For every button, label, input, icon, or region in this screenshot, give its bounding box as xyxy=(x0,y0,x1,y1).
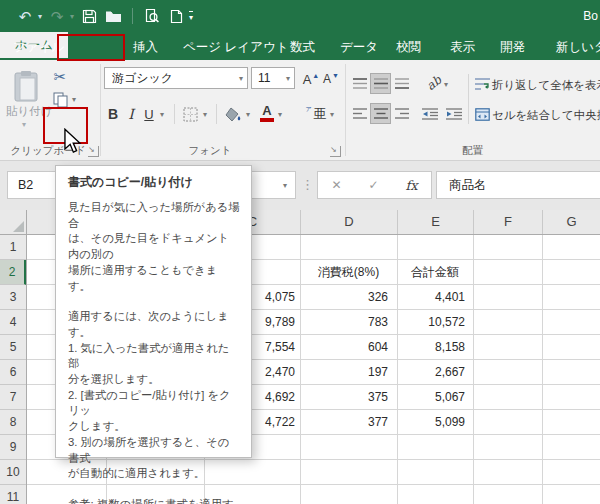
tab-review[interactable]: 校閲 xyxy=(396,39,421,56)
phonetic-guide-button[interactable]: ア亜 xyxy=(306,104,326,124)
cell-d4[interactable]: 783 xyxy=(300,310,393,335)
wrap-text-button[interactable]: 折り返して全体を表示 xyxy=(492,78,600,93)
select-all-corner[interactable] xyxy=(0,210,27,235)
row-header-4[interactable]: 4 xyxy=(0,310,26,335)
align-middle-button[interactable] xyxy=(371,74,390,93)
orientation-dropdown-icon[interactable]: ▾ xyxy=(444,80,448,89)
align-bottom-button[interactable] xyxy=(392,74,411,93)
select-all-triangle-icon xyxy=(13,221,24,232)
open-folder-icon[interactable] xyxy=(104,4,122,28)
cell-e7[interactable]: 5,067 xyxy=(397,385,470,410)
cut-icon[interactable]: ✂ xyxy=(50,68,70,86)
align-center-button[interactable] xyxy=(371,104,390,123)
print-preview-icon[interactable] xyxy=(143,4,161,28)
decrease-indent-icon[interactable] xyxy=(420,104,440,123)
tab-page-layout[interactable]: ページ レイアウト xyxy=(183,39,289,56)
copy-dropdown-icon[interactable]: ▾ xyxy=(72,95,76,104)
cell-e5[interactable]: 8,158 xyxy=(397,335,470,360)
row-header-9[interactable]: 9 xyxy=(0,435,26,460)
shrink-font-button[interactable]: A▼ xyxy=(322,70,340,88)
copy-icon[interactable] xyxy=(52,91,68,107)
font-dialog-launcher-icon[interactable]: ↘ xyxy=(330,146,341,157)
col-header-e[interactable]: E xyxy=(398,210,473,234)
row-header-6[interactable]: 6 xyxy=(0,360,26,385)
merge-center-icon[interactable] xyxy=(474,106,490,122)
cell-d3[interactable]: 326 xyxy=(300,285,393,310)
qat-separator xyxy=(132,8,133,24)
font-color-icon[interactable]: A xyxy=(258,103,276,118)
phonetic-dropdown-icon[interactable]: ▾ xyxy=(330,110,334,119)
formula-input[interactable]: 商品名 xyxy=(436,171,600,199)
align-right-button[interactable] xyxy=(392,104,411,123)
name-box-dropdown-icon[interactable]: ▾ xyxy=(283,181,287,190)
cell-d8[interactable]: 377 xyxy=(300,410,393,435)
qat-customize-icon[interactable]: ▾ xyxy=(189,11,193,22)
new-document-icon[interactable] xyxy=(167,4,185,28)
paste-button[interactable] xyxy=(10,68,42,106)
borders-dropdown-icon[interactable]: ▾ xyxy=(203,110,207,119)
col-header-g[interactable]: G xyxy=(543,210,600,234)
cell-e6[interactable]: 2,667 xyxy=(397,360,470,385)
italic-button[interactable]: I xyxy=(124,104,138,124)
wrap-text-icon[interactable] xyxy=(474,76,490,92)
cell-e4[interactable]: 10,572 xyxy=(397,310,470,335)
font-size-value: 11 xyxy=(258,71,270,85)
group-separator xyxy=(100,64,101,156)
font-size-dropdown-icon[interactable]: ▾ xyxy=(282,74,294,83)
row-header-1[interactable]: 1 xyxy=(0,235,26,260)
font-name-combo[interactable]: 游ゴシック ▾ xyxy=(104,67,248,89)
bold-button[interactable]: B xyxy=(104,104,122,124)
col-header-f[interactable]: F xyxy=(474,210,542,234)
redo-icon[interactable]: ↷ xyxy=(48,4,66,28)
underline-dropdown-icon[interactable]: ▾ xyxy=(160,110,164,119)
cell-d6[interactable]: 197 xyxy=(300,360,393,385)
excel-window: { "title_bar": { "workbook_title": "Bo" … xyxy=(0,0,600,504)
fill-color-icon[interactable] xyxy=(224,105,244,124)
enter-icon[interactable]: ✓ xyxy=(368,178,378,192)
cell-e3[interactable]: 4,401 xyxy=(397,285,470,310)
undo-icon[interactable]: ↶ xyxy=(16,4,34,28)
row-header-8[interactable]: 8 xyxy=(0,410,26,435)
button-separator xyxy=(174,104,175,124)
tab-new-tab[interactable]: 新しいタブ xyxy=(556,39,600,56)
align-left-button[interactable] xyxy=(350,104,369,123)
tab-insert[interactable]: 挿入 xyxy=(133,39,158,56)
grow-font-button[interactable]: A▲ xyxy=(302,70,320,88)
paste-dropdown-icon[interactable]: ▾ xyxy=(22,120,26,129)
cell-d2[interactable]: 消費税(8%) xyxy=(300,260,397,285)
align-top-button[interactable] xyxy=(350,74,369,93)
home-tab-annotation-box xyxy=(57,34,125,61)
grow-font-label: A xyxy=(303,72,312,87)
phonetic-label: 亜 xyxy=(314,105,327,123)
tab-data[interactable]: データ xyxy=(340,39,378,56)
tab-formulas[interactable]: 数式 xyxy=(290,39,315,56)
borders-icon[interactable] xyxy=(182,106,199,123)
row-header-11[interactable]: 11 xyxy=(0,485,26,504)
clipboard-dialog-launcher-icon[interactable]: ↘ xyxy=(88,146,99,157)
cell-d7[interactable]: 375 xyxy=(300,385,393,410)
undo-dropdown-icon[interactable]: ▾ xyxy=(38,12,42,21)
col-header-d[interactable]: D xyxy=(301,210,397,234)
row-header-5[interactable]: 5 xyxy=(0,335,26,360)
tab-developer[interactable]: 開発 xyxy=(500,39,525,56)
cell-e8[interactable]: 5,099 xyxy=(397,410,470,435)
merge-center-button[interactable]: セルを結合して中央揃 xyxy=(492,108,600,123)
cell-e2[interactable]: 合計金額 xyxy=(397,260,473,285)
font-name-dropdown-icon[interactable]: ▾ xyxy=(235,74,247,83)
save-icon[interactable] xyxy=(80,4,98,28)
row-header-2[interactable]: 2 xyxy=(0,260,26,285)
font-color-dropdown-icon[interactable]: ▾ xyxy=(278,110,282,119)
cell-d5[interactable]: 604 xyxy=(300,335,393,360)
row-header-7[interactable]: 7 xyxy=(0,385,26,410)
formula-bar-grip-icon[interactable]: ⋮ xyxy=(301,177,314,192)
insert-function-icon[interactable]: fx xyxy=(405,178,417,193)
fill-color-dropdown-icon[interactable]: ▾ xyxy=(246,110,250,119)
font-size-combo[interactable]: 11 ▾ xyxy=(251,67,295,89)
row-header-10[interactable]: 10 xyxy=(0,460,26,485)
redo-dropdown-icon[interactable]: ▾ xyxy=(70,12,74,21)
tab-view[interactable]: 表示 xyxy=(450,39,475,56)
underline-button[interactable]: U xyxy=(141,104,157,124)
cancel-icon[interactable]: ✕ xyxy=(331,178,341,192)
row-header-3[interactable]: 3 xyxy=(0,285,26,310)
increase-indent-icon[interactable] xyxy=(444,104,464,123)
